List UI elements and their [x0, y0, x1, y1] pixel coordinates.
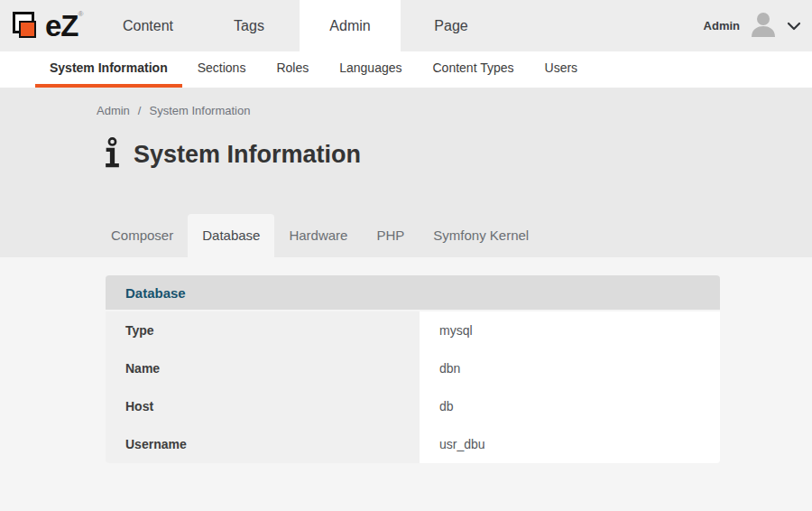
page-title: System Information [134, 141, 361, 169]
row-label-username: Username [106, 425, 420, 463]
breadcrumb-separator: / [138, 104, 142, 117]
tab-database[interactable]: Database [188, 214, 274, 257]
top-nav-item-content[interactable]: Content [97, 0, 198, 51]
row-value-type: mysql [420, 311, 720, 349]
secondary-nav-item-system-information[interactable]: System Information [35, 51, 182, 88]
table-row: Username usr_dbu [106, 425, 720, 463]
top-nav-item-admin[interactable]: Admin [300, 0, 401, 51]
database-info-table: Database Type mysql Name dbn Host db Use… [106, 275, 720, 463]
table-body: Type mysql Name dbn Host db Username usr… [106, 311, 720, 463]
tab-symfony-kernel[interactable]: Symfony Kernel [419, 214, 543, 257]
table-row: Name dbn [106, 349, 720, 387]
row-label-type: Type [106, 311, 420, 349]
row-value-name: dbn [420, 349, 720, 387]
row-value-username: usr_dbu [420, 425, 720, 463]
page-title-row: System Information [0, 117, 812, 173]
top-nav: Content Tags Admin Page [97, 0, 502, 51]
tab-php[interactable]: PHP [362, 214, 419, 257]
secondary-nav-item-content-types[interactable]: Content Types [418, 51, 530, 88]
user-menu[interactable]: Admin [704, 0, 812, 51]
row-label-host: Host [106, 387, 420, 425]
top-header: eZ® Content Tags Admin Page Admin [0, 0, 812, 51]
breadcrumb-item-admin[interactable]: Admin [97, 104, 130, 117]
secondary-nav-item-sections[interactable]: Sections [182, 51, 262, 88]
secondary-nav-item-languages[interactable]: Languages [324, 51, 417, 88]
top-nav-item-tags[interactable]: Tags [198, 0, 300, 51]
content-panel: Database Type mysql Name dbn Host db Use… [0, 275, 812, 511]
chevron-down-icon [787, 18, 801, 34]
row-value-host: db [420, 387, 720, 425]
user-name: Admin [704, 19, 740, 33]
table-row: Type mysql [106, 311, 720, 349]
row-label-name: Name [106, 349, 420, 387]
table-header: Database [106, 275, 720, 310]
user-avatar-icon [748, 9, 779, 43]
table-row: Host db [106, 387, 720, 425]
ez-logo-icon [13, 11, 40, 42]
breadcrumb-item-system-information: System Information [149, 104, 250, 117]
page-header-band: Admin / System Information System Inform… [0, 88, 812, 257]
tab-composer[interactable]: Composer [97, 214, 188, 257]
ez-logo[interactable]: eZ® [0, 0, 97, 51]
breadcrumb: Admin / System Information [0, 88, 812, 117]
registered-mark: ® [78, 10, 83, 18]
info-icon [103, 135, 122, 173]
secondary-nav-item-roles[interactable]: Roles [261, 51, 324, 88]
secondary-nav-item-users[interactable]: Users [530, 51, 594, 88]
ez-logo-text: eZ® [45, 11, 82, 41]
secondary-nav: System Information Sections Roles Langua… [0, 51, 812, 88]
top-nav-item-page[interactable]: Page [401, 0, 502, 51]
tabs: Composer Database Hardware PHP Symfony K… [0, 214, 543, 257]
tab-hardware[interactable]: Hardware [274, 214, 362, 257]
